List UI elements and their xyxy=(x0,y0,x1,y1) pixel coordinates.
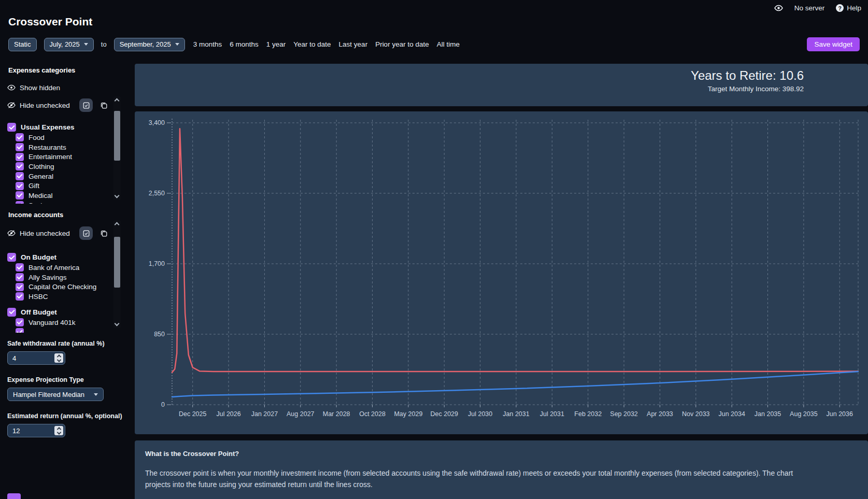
checkbox[interactable] xyxy=(16,273,24,281)
checkbox[interactable] xyxy=(16,318,24,326)
item-label: Restaurants xyxy=(29,144,66,151)
topbar: No server ? Help xyxy=(774,4,861,12)
info-title: What is the Crossover Point? xyxy=(145,450,858,458)
check-all-button[interactable] xyxy=(79,98,93,112)
show-hidden-toggle[interactable]: Show hidden xyxy=(7,82,118,93)
checkbox[interactable] xyxy=(16,191,24,199)
checkbox[interactable] xyxy=(16,153,24,161)
item-row[interactable]: Ally Savings xyxy=(7,273,118,282)
checkbox[interactable] xyxy=(16,172,24,180)
svg-text:Jul 2026: Jul 2026 xyxy=(216,410,240,418)
checkbox[interactable] xyxy=(7,253,16,262)
item-label: Clothing xyxy=(29,163,54,170)
help-link[interactable]: ? Help xyxy=(836,4,861,12)
mode-button[interactable]: Static xyxy=(8,38,37,51)
range-all-time[interactable]: All time xyxy=(437,40,460,48)
checkbox[interactable] xyxy=(16,283,24,291)
item-label: HSBC xyxy=(29,293,48,301)
eye-off-icon xyxy=(7,101,16,109)
square-stack-icon xyxy=(100,230,108,237)
series-monthly-expenses-projected- xyxy=(172,129,858,372)
item-row[interactable]: Gift xyxy=(7,181,118,191)
item-row[interactable]: Restaurants xyxy=(7,142,118,152)
series-monthly-investment-income xyxy=(172,372,858,397)
chart-panel: 08501,7002,5503,400Dec 2025Jul 2026Jan 2… xyxy=(135,111,868,434)
svg-text:Oct 2028: Oct 2028 xyxy=(359,410,386,418)
chevron-down-icon xyxy=(175,43,179,46)
expenses-scrollbar[interactable] xyxy=(113,96,121,200)
checkbox[interactable] xyxy=(16,263,24,272)
checkbox[interactable] xyxy=(16,182,24,190)
item-row[interactable]: Capital One Checking xyxy=(7,282,118,292)
uncheck-all-button[interactable] xyxy=(97,226,110,240)
item-row[interactable]: Bank of America xyxy=(7,263,118,273)
to-month-select[interactable]: September, 2025 xyxy=(114,38,185,51)
item-row[interactable]: Savings xyxy=(7,201,118,204)
hide-unchecked-label: Hide unchecked xyxy=(20,230,70,237)
check-all-button[interactable] xyxy=(79,226,93,240)
server-status[interactable]: No server xyxy=(794,4,825,12)
square-stack-icon xyxy=(100,102,108,109)
from-month-select[interactable]: July, 2025 xyxy=(44,38,94,51)
svg-text:3,400: 3,400 xyxy=(149,119,165,126)
crossover-chart[interactable]: 08501,7002,5503,400Dec 2025Jul 2026Jan 2… xyxy=(135,115,868,432)
checked-square-icon xyxy=(82,102,90,109)
scroll-up-icon[interactable] xyxy=(115,222,120,227)
save-widget-button[interactable]: Save widget xyxy=(807,37,860,51)
spin-down-icon[interactable] xyxy=(56,358,61,362)
range-6-months[interactable]: 6 months xyxy=(230,40,259,48)
group-row[interactable]: On Budget xyxy=(7,252,118,263)
svg-text:May 2029: May 2029 xyxy=(394,410,422,418)
item-row[interactable]: HSBC xyxy=(7,292,118,302)
number-spinner[interactable] xyxy=(54,353,63,363)
scroll-down-icon[interactable] xyxy=(115,321,120,326)
range-1-year[interactable]: 1 year xyxy=(266,40,286,48)
checkbox[interactable] xyxy=(16,201,24,204)
checkbox[interactable] xyxy=(16,133,24,141)
uncheck-all-button[interactable] xyxy=(97,98,110,112)
checkbox[interactable] xyxy=(16,292,24,301)
item-label: Medical xyxy=(29,192,53,199)
eye-icon[interactable] xyxy=(774,4,783,12)
item-row[interactable]: General xyxy=(7,172,118,181)
svg-text:Jun 2034: Jun 2034 xyxy=(718,410,745,418)
group-row[interactable]: Usual Expenses xyxy=(7,122,118,133)
item-row[interactable]: Food xyxy=(7,133,118,142)
svg-text:Jul 2031: Jul 2031 xyxy=(540,410,564,418)
item-label: Capital One Checking xyxy=(29,283,96,291)
svg-text:Jan 2027: Jan 2027 xyxy=(251,410,278,418)
checkbox[interactable] xyxy=(7,123,16,132)
item-label: Entertainment xyxy=(29,153,72,161)
scrollbar-thumb[interactable] xyxy=(114,237,120,288)
item-row[interactable]: Entertainment xyxy=(7,152,118,162)
svg-text:Jul 2030: Jul 2030 xyxy=(468,410,492,418)
range-last-year[interactable]: Last year xyxy=(339,40,368,48)
from-month-value: July, 2025 xyxy=(50,40,80,48)
item-row[interactable]: Medical xyxy=(7,191,118,201)
checkbox[interactable] xyxy=(7,308,16,317)
item-row[interactable]: Clothing xyxy=(7,162,118,172)
scrollbar-thumb[interactable] xyxy=(114,111,120,161)
spin-down-icon[interactable] xyxy=(56,430,61,434)
return-field xyxy=(7,424,65,437)
scroll-down-icon[interactable] xyxy=(115,193,120,198)
range-year-to-date[interactable]: Year to date xyxy=(293,40,331,48)
svg-text:Mar 2028: Mar 2028 xyxy=(323,410,350,418)
checkbox[interactable] xyxy=(16,162,24,170)
help-icon: ? xyxy=(836,4,844,12)
item-row[interactable]: Vanguard 401k xyxy=(7,318,118,327)
scroll-up-icon[interactable] xyxy=(115,98,120,104)
item-label: Food xyxy=(29,134,45,141)
range-3-months[interactable]: 3 months xyxy=(193,40,222,48)
svg-text:1,700: 1,700 xyxy=(149,260,165,267)
chevron-down-icon xyxy=(84,43,88,46)
checked-square-icon xyxy=(82,230,90,237)
range-prior-year-to-date[interactable]: Prior year to date xyxy=(375,40,429,48)
checkbox[interactable] xyxy=(16,143,24,151)
group-row[interactable]: Off Budget xyxy=(7,307,118,318)
projection-select[interactable]: Hampel Filtered Median xyxy=(7,388,104,401)
svg-text:850: 850 xyxy=(154,331,165,338)
number-spinner[interactable] xyxy=(54,426,63,435)
svg-text:Aug 2027: Aug 2027 xyxy=(287,410,315,418)
accounts-scrollbar[interactable] xyxy=(113,220,121,328)
